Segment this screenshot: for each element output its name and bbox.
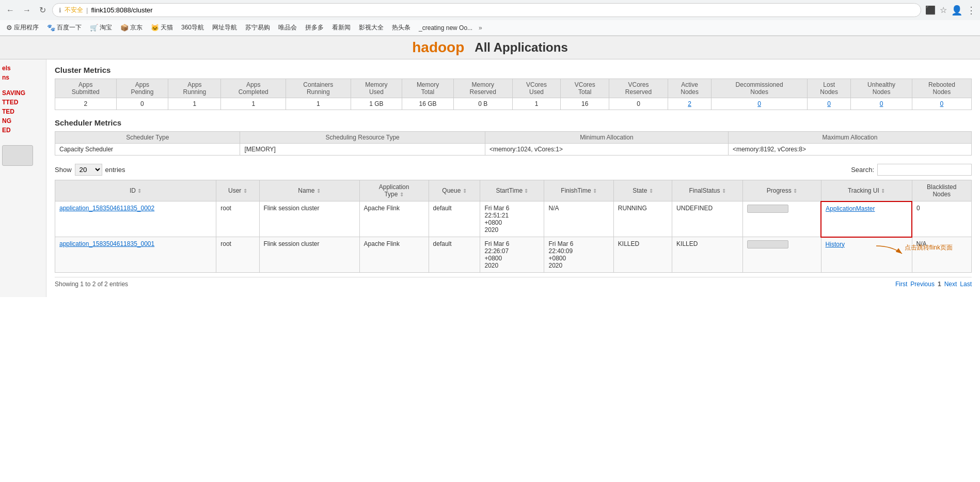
bookmark-video[interactable]: 影视大全 <box>357 22 386 33</box>
sidebar-item-els[interactable]: els <box>2 64 44 73</box>
address-bar: ℹ 不安全 | <box>52 3 921 17</box>
cell-progress-1 <box>743 201 821 237</box>
user-sort-icon: ⇕ <box>243 188 247 194</box>
tracking-link-2[interactable]: History <box>826 241 845 248</box>
bookmark-vip[interactable]: 唯品会 <box>276 22 299 33</box>
security-text: 不安全 <box>65 6 83 14</box>
bookmark-baidu[interactable]: 🐾 百度一下 <box>45 22 84 33</box>
bookmark-creating[interactable]: _creating new Oo... <box>417 23 475 33</box>
bookmark-taobao[interactable]: 🛒 淘宝 <box>88 22 114 33</box>
search-input[interactable] <box>877 164 972 176</box>
th-finish-time[interactable]: FinishTime ⇕ <box>544 180 613 201</box>
tracking-link-1[interactable]: ApplicationMaster <box>826 205 875 212</box>
val-scheduling-resource-type: [MEMORY] <box>240 144 485 156</box>
th-state[interactable]: State ⇕ <box>613 180 672 201</box>
scheduler-metrics-title: Scheduler Metrics <box>55 118 972 127</box>
progress-sort-icon: ⇕ <box>793 188 797 194</box>
showing-text: Showing 1 to 2 of 2 entries <box>55 281 128 288</box>
th-queue[interactable]: Queue ⇕ <box>429 180 480 201</box>
browser-bookmarks: ⚙ 应用程序 🐾 百度一下 🛒 淘宝 📦 京东 🐱 天猫 360导航 网址导航 … <box>0 20 980 36</box>
th-blacklisted-nodes: BlacklistedNodes <box>912 180 971 201</box>
bookmark-hotspot[interactable]: 热头条 <box>390 22 413 33</box>
sidebar-item-ed[interactable]: ED <box>2 126 44 135</box>
star-icon[interactable]: ☆ <box>940 5 947 15</box>
bookmark-video-label: 影视大全 <box>359 23 384 32</box>
menu-icon[interactable]: ⋮ <box>967 5 976 16</box>
val-active-nodes[interactable]: 2 <box>668 98 711 110</box>
val-lost-nodes[interactable]: 0 <box>807 98 850 110</box>
refresh-button[interactable]: ↻ <box>37 3 48 17</box>
th-progress[interactable]: Progress ⇕ <box>743 180 821 201</box>
col-vcores-reserved: VCoresReserved <box>609 79 668 98</box>
app-id-link-1[interactable]: application_1583504611835_0002 <box>59 205 154 212</box>
bookmark-tianmao[interactable]: 🐱 天猫 <box>149 22 175 33</box>
col-memory-total: MemoryTotal <box>402 79 454 98</box>
bookmark-taobao-label: 淘宝 <box>100 23 112 32</box>
search-bar: Search: <box>851 164 972 176</box>
app-type-sort-icon: ⇕ <box>400 192 404 197</box>
account-icon[interactable]: 👤 <box>951 5 962 16</box>
sidebar-item-tted[interactable]: TTED <box>2 98 44 107</box>
val-min-allocation: <memory:1024, vCores:1> <box>485 144 728 156</box>
sidebar-item-ns[interactable]: ns <box>2 73 44 82</box>
address-input[interactable] <box>91 6 914 14</box>
val-memory-total: 16 GB <box>402 98 454 110</box>
bookmarks-more[interactable]: » <box>479 24 482 32</box>
th-user[interactable]: User ⇕ <box>216 180 259 201</box>
bookmark-jd[interactable]: 📦 京东 <box>118 22 145 33</box>
col-unhealthy-nodes: UnhealthyNodes <box>851 79 912 98</box>
bookmark-wangzhi[interactable]: 网址导航 <box>210 22 239 33</box>
val-decommissioned-nodes[interactable]: 0 <box>712 98 808 110</box>
th-tracking-ui[interactable]: Tracking UI ⇕ <box>821 180 912 201</box>
page-content: hadoop All Applications els ns SAVING TT… <box>0 36 980 297</box>
val-containers-running: 1 <box>286 98 351 110</box>
cell-progress-2 <box>743 237 821 273</box>
bookmark-baidu-label: 百度一下 <box>57 23 82 32</box>
queue-sort-icon: ⇕ <box>463 188 467 194</box>
show-entries: Show 10 20 25 50 100 entries <box>55 164 125 176</box>
th-id[interactable]: ID ⇕ <box>55 180 216 201</box>
bookmark-suning[interactable]: 苏宁易购 <box>243 22 272 33</box>
val-unhealthy-nodes[interactable]: 0 <box>851 98 912 110</box>
col-apps-completed: AppsCompleted <box>221 79 286 98</box>
back-button[interactable]: ← <box>4 4 17 17</box>
th-app-type[interactable]: ApplicationType ⇕ <box>359 180 429 201</box>
val-rebooted-nodes[interactable]: 0 <box>912 98 971 110</box>
table-controls: Show 10 20 25 50 100 entries Search: <box>55 164 972 176</box>
pagination-previous[interactable]: Previous <box>910 281 935 288</box>
pagination-last[interactable]: Last <box>960 281 972 288</box>
cell-app-type-2: Apache Flink <box>359 237 429 273</box>
sidebar-item-saving[interactable]: SAVING <box>2 88 44 98</box>
sidebar-item-ted[interactable]: TED <box>2 107 44 116</box>
cell-finish-1: N/A <box>544 201 613 237</box>
main-layout: els ns SAVING TTED TED NG ED Cluster Met… <box>0 59 980 297</box>
cluster-metrics-table: AppsSubmitted AppsPending AppsRunning Ap… <box>55 79 972 110</box>
th-final-status[interactable]: FinalStatus ⇕ <box>672 180 743 201</box>
val-vcores-used: 1 <box>512 98 561 110</box>
col-containers-running: ContainersRunning <box>286 79 351 98</box>
bookmark-apps[interactable]: ⚙ 应用程序 <box>4 22 41 33</box>
bookmark-news[interactable]: 看新闻 <box>330 22 353 33</box>
pagination-first[interactable]: First <box>895 281 907 288</box>
val-memory-used: 1 GB <box>351 98 402 110</box>
forward-button[interactable]: → <box>21 4 33 17</box>
th-start-time[interactable]: StartTime ⇕ <box>480 180 544 201</box>
cell-id-2[interactable]: application_1583504611835_0001 <box>55 237 216 273</box>
browser-toolbar: ← → ↻ ℹ 不安全 | ⬛ ☆ 👤 ⋮ <box>0 0 980 20</box>
bookmark-pinduoduo[interactable]: 拼多多 <box>303 22 326 33</box>
entries-select[interactable]: 10 20 25 50 100 <box>75 164 102 176</box>
show-label: Show <box>55 166 72 174</box>
cell-tracking-1[interactable]: ApplicationMaster <box>821 201 912 237</box>
col-min-allocation: Minimum Allocation <box>485 132 728 144</box>
bookmark-360[interactable]: 360导航 <box>179 22 206 33</box>
sidebar-item-ng[interactable]: NG <box>2 116 44 126</box>
col-max-allocation: Maximum Allocation <box>728 132 971 144</box>
cell-id-1[interactable]: application_1583504611835_0002 <box>55 201 216 237</box>
pagination-next[interactable]: Next <box>944 281 957 288</box>
app-id-link-2[interactable]: application_1583504611835_0001 <box>59 240 154 247</box>
bookmark-news-label: 看新闻 <box>332 23 351 32</box>
val-scheduler-type: Capacity Scheduler <box>55 144 240 156</box>
cell-start-1: Fri Mar 622:51:21+08002020 <box>480 201 544 237</box>
th-name[interactable]: Name ⇕ <box>259 180 359 201</box>
translate-icon[interactable]: ⬛ <box>925 5 936 15</box>
